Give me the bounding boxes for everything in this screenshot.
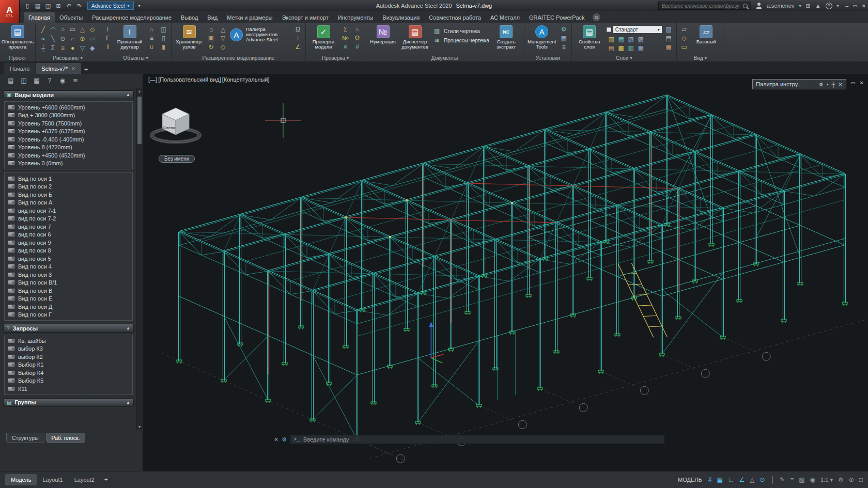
viewport-style-menu[interactable]: [Концептуальный] <box>222 76 270 83</box>
user-menu-caret-icon[interactable]: ▾ <box>799 4 801 8</box>
lineweight-icon[interactable]: ≡ <box>790 476 794 483</box>
search-icon[interactable] <box>743 4 748 8</box>
tab-work-planes[interactable]: Раб. плоск. <box>46 433 86 443</box>
draw-tool-icon[interactable]: ◇ <box>87 25 97 34</box>
adv-tools-col-2-icon[interactable]: ◇ <box>218 42 228 51</box>
panel-label-9[interactable]: Вид▾ <box>679 54 721 61</box>
level-view-item[interactable]: Уровень -0.400 (-400mm) <box>5 135 132 144</box>
axis-view-item[interactable]: Вид по оси А <box>5 199 132 207</box>
adv-tools-col-2-icon[interactable]: ▽ <box>218 34 228 42</box>
axis-view-item[interactable]: Вид по оси Г <box>5 311 132 319</box>
adv-tools-col-1-icon[interactable]: ⌂ <box>206 25 216 34</box>
axis-view-item[interactable]: Вид по оси 1 <box>5 175 132 183</box>
document-manager-button[interactable]: ▤Диспетчер документов <box>400 24 430 50</box>
query-item[interactable]: Выбор К4 <box>5 369 132 377</box>
view-tools-col-icon[interactable]: ▱ <box>679 25 689 34</box>
layer-tool-icon[interactable]: ▦ <box>636 43 646 52</box>
new-doc-tab-button[interactable]: + <box>82 65 91 74</box>
redo-icon[interactable]: ↷ <box>74 3 84 9</box>
move-icon[interactable]: ┼ <box>832 82 835 87</box>
collapse-icon[interactable]: ▲ <box>126 400 130 405</box>
username[interactable]: a.semenov <box>767 3 795 9</box>
collapse-icon[interactable]: ▲ <box>126 92 130 97</box>
joint-storage-button[interactable]: ≋Хранилище узлов <box>174 24 204 50</box>
axis-view-item[interactable]: вид по оси 6 <box>5 231 132 239</box>
pin-icon[interactable]: ▪ <box>827 82 829 87</box>
osnap-icon[interactable]: ⊙ <box>760 476 765 483</box>
layer-tool-icon[interactable]: ▥ <box>626 43 636 52</box>
layer-tool-icon[interactable]: ▥ <box>607 35 616 43</box>
effects-icon[interactable]: ≋ <box>72 77 79 84</box>
management-tools-button[interactable]: AManagement Tools <box>527 24 557 50</box>
layer-tool-icon[interactable]: ▧ <box>626 35 636 43</box>
model-viewport-canvas[interactable]: Слева <box>143 74 868 471</box>
ribbon-tab-3[interactable]: Расширенное моделирование <box>87 12 176 23</box>
command-line[interactable]: >_ Введите команду <box>290 435 665 444</box>
new-file-icon[interactable]: ▯ <box>23 3 32 9</box>
selection-cycling-icon[interactable]: ◉ <box>810 476 815 483</box>
adv-tools-col-3-icon[interactable]: ⊥ <box>293 34 303 42</box>
app-logo[interactable]: A STL <box>0 0 20 23</box>
view-tools-col-icon[interactable]: ▭ <box>679 42 689 51</box>
layer-dropdown[interactable]: Стандарт▾ <box>613 26 662 33</box>
ribbon-tab-9[interactable]: Визуализация <box>378 12 424 23</box>
axis-view-item[interactable]: вид по оси 7 <box>5 223 132 231</box>
object-tools-col-1-icon[interactable]: Γ <box>103 34 113 42</box>
level-view-item[interactable]: Уровень 7500 (7500mm) <box>5 119 132 128</box>
layer-properties-button[interactable]: ▤Свойства слоя <box>575 24 605 50</box>
drawing-area[interactable]: Слева [—] [Пользовательский вид] [Концеп… <box>143 74 868 471</box>
transparency-icon[interactable]: ▧ <box>799 476 804 483</box>
ribbon-tab-2[interactable]: Объекты <box>55 12 87 23</box>
layer-tools-col-icon[interactable]: ▧ <box>664 25 674 34</box>
as-tool-palette-button[interactable]: AПалитра инструментов Advance Steel <box>230 24 291 42</box>
grid-icon[interactable]: # <box>708 476 712 483</box>
draw-tool-icon[interactable]: ╲ <box>48 34 58 43</box>
panel-label-2[interactable]: Рисование▾ <box>38 54 97 61</box>
section-queries[interactable]: ?Запросы▲ <box>3 324 134 333</box>
layer-visibility-checkbox[interactable] <box>607 27 611 32</box>
layer-tool-icon[interactable]: ▨ <box>636 35 646 43</box>
close-icon[interactable]: ✕ <box>862 3 866 9</box>
model-check-button[interactable]: ✓Проверка модели <box>308 24 338 50</box>
object-tools-col-2-icon[interactable]: ∪ <box>147 42 157 51</box>
object-tools-col-3-icon[interactable]: ◫ <box>159 25 168 34</box>
palette-scrollbar[interactable]: ▲ ▼ <box>136 88 142 430</box>
axis-view-item[interactable]: Вид по оси Е <box>5 295 132 303</box>
query-item[interactable]: выбор К2 <box>5 353 132 361</box>
query-item[interactable]: Выбор К5 <box>5 377 132 385</box>
panel-label-1[interactable]: Проект <box>3 54 33 61</box>
draw-tool-icon[interactable]: ● <box>68 43 78 52</box>
object-tools-col-2-icon[interactable]: ∩ <box>147 25 157 34</box>
settings-tools-col-icon[interactable]: ▦ <box>559 34 569 42</box>
display-config-icon[interactable]: ▦ <box>33 77 40 84</box>
object-tools-col-2-icon[interactable]: ≡ <box>147 34 157 42</box>
help-icon[interactable]: ? <box>826 3 832 9</box>
level-view-item[interactable]: Уровень 8 (4720mm) <box>5 144 132 152</box>
object-tools-col-3-icon[interactable]: ▯ <box>159 34 168 42</box>
draw-tool-icon[interactable]: ⌐ <box>68 34 78 43</box>
viewport-view-menu[interactable]: [Пользовательский вид] <box>158 76 221 83</box>
check-tools-col-2-icon[interactable]: Ω <box>352 34 362 42</box>
base-view-button[interactable]: ▱Базовый <box>691 24 721 44</box>
maximize-icon[interactable]: ▭ <box>853 3 857 9</box>
layer-tool-icon[interactable]: ▤ <box>607 43 616 52</box>
axis-view-item[interactable]: Вид по оси В <box>5 287 132 295</box>
layer-tools-col-icon[interactable]: ▤ <box>664 34 674 42</box>
axis-view-item[interactable]: Вид по оси 4 <box>5 263 132 271</box>
section-model-views[interactable]: ▣Виды модели▲ <box>3 90 134 99</box>
qat-customize-icon[interactable]: ▾ <box>135 4 144 8</box>
drawing-styles-row[interactable]: ▥Стили чертежа <box>432 27 489 35</box>
ribbon-tab-8[interactable]: Инструменты <box>333 12 378 23</box>
panel-label-5[interactable]: Проверка▾ <box>308 54 362 61</box>
query-item[interactable]: К11 <box>5 385 132 393</box>
clean-screen-icon[interactable]: □ <box>859 476 863 483</box>
isodraft-icon[interactable]: △ <box>750 476 754 483</box>
axis-view-item[interactable]: вид по оси 8 <box>5 247 132 255</box>
layout-tab-model[interactable]: Модель <box>5 474 37 485</box>
object-tracking-icon[interactable]: ┼ <box>770 476 775 483</box>
scroll-down-icon[interactable]: ▼ <box>137 425 142 429</box>
adv-tools-col-1-icon[interactable]: ↻ <box>206 42 216 51</box>
add-layout-button[interactable]: + <box>100 476 112 483</box>
layer-tool-icon[interactable]: ▦ <box>616 35 626 43</box>
query-item[interactable]: Выбор К1 <box>5 361 132 369</box>
